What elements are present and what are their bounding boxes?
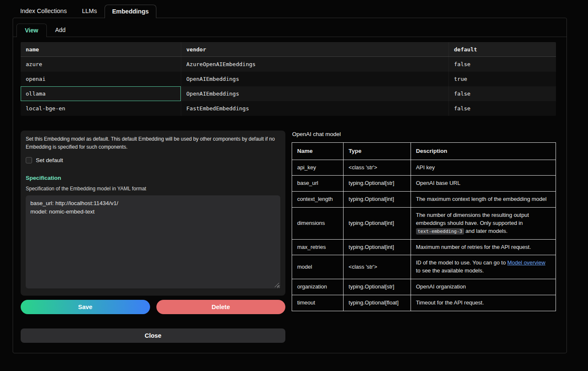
editor-panel: Set this Embedding model as default. Thi…: [21, 131, 285, 296]
set-default-label: Set default: [36, 157, 63, 163]
embeddings-table-header: name vendor default: [21, 42, 556, 57]
column-header-vendor: vendor: [181, 42, 449, 56]
editor-column: Set this Embedding model as default. Thi…: [21, 131, 285, 343]
close-button[interactable]: Close: [21, 328, 285, 343]
top-tab-index-collections[interactable]: Index Collections: [13, 4, 74, 18]
doc-row: context_length typing.Optional[int] The …: [292, 192, 556, 208]
cell-default: false: [449, 57, 556, 72]
param-type: typing.Optional[int]: [344, 239, 411, 255]
doc-panel-title: OpenAI chat model: [292, 131, 556, 137]
doc-row: base_url typing.Optional[str] OpenAI bas…: [292, 176, 556, 192]
doc-row: max_retries typing.Optional[int] Maximum…: [292, 239, 556, 255]
embeddings-table: name vendor default azure AzureOpenAIEmb…: [21, 42, 556, 116]
cell-vendor: AzureOpenAIEmbeddings: [181, 57, 449, 72]
yaml-editor: base_url: http://localhost:11434/v1/ mod…: [26, 195, 280, 288]
param-name: model: [292, 255, 344, 279]
param-name: context_length: [292, 192, 344, 208]
param-description: ID of the model to use. You can go to Mo…: [411, 255, 556, 279]
doc-row: organization typing.Optional[str] OpenAI…: [292, 279, 556, 295]
embeddings-panel: View Add name vendor default azure Azure…: [13, 18, 567, 353]
tab-view[interactable]: View: [16, 24, 47, 37]
column-header-name: name: [21, 42, 181, 56]
param-type: typing.Optional[str]: [344, 279, 411, 295]
default-help-text: Set this Embedding model as default. Thi…: [26, 135, 280, 151]
param-name: max_retries: [292, 239, 344, 255]
cell-vendor: FastEmbedEmbeddings: [181, 101, 449, 116]
description-text: ID of the model to use. You can go to: [416, 259, 507, 266]
yaml-spec-textarea[interactable]: base_url: http://localhost:11434/v1/ mod…: [26, 195, 280, 288]
param-type: typing.Optional[str]: [344, 176, 411, 192]
table-row[interactable]: local-bge-en FastEmbedEmbeddings false: [21, 101, 556, 116]
cell-name: ollama: [21, 86, 181, 101]
param-type: <class 'str'>: [344, 160, 411, 176]
delete-button[interactable]: Delete: [156, 300, 286, 314]
param-name: base_url: [292, 176, 344, 192]
button-row: Save Delete: [21, 300, 285, 314]
param-description: Maximum number of retries for the API re…: [411, 239, 556, 255]
param-name: organization: [292, 279, 344, 295]
description-text: The number of dimensions the resulting o…: [416, 212, 529, 226]
doc-row: api_key <class 'str'> API key: [292, 160, 556, 176]
top-tab-embeddings[interactable]: Embeddings: [105, 5, 156, 18]
cell-default: true: [449, 72, 556, 86]
model-overview-link[interactable]: Model overview: [507, 259, 545, 266]
doc-table: Name Type Description api_key <class 'st…: [292, 142, 556, 311]
cell-vendor: OpenAIEmbeddings: [181, 72, 449, 86]
table-row[interactable]: azure AzureOpenAIEmbeddings false: [21, 57, 556, 72]
inner-tab-bar: View Add: [13, 18, 567, 37]
page: Index Collections LLMs Embeddings View A…: [0, 0, 588, 371]
set-default-row: Set default: [26, 157, 280, 163]
doc-col-type: Type: [344, 143, 411, 160]
param-description: OpenAI organization: [411, 279, 556, 295]
doc-column: OpenAI chat model Name Type Description …: [292, 131, 556, 343]
doc-col-name: Name: [292, 143, 344, 160]
table-row[interactable]: openai OpenAIEmbeddings true: [21, 72, 556, 86]
top-tab-bar: Index Collections LLMs Embeddings: [13, 4, 567, 18]
tab-add[interactable]: Add: [47, 23, 74, 37]
cell-default: false: [449, 86, 556, 101]
cell-name: local-bge-en: [21, 101, 181, 116]
doc-header-row: Name Type Description: [292, 143, 556, 160]
table-row-selected[interactable]: ollama OpenAIEmbeddings false: [21, 86, 556, 101]
spec-heading: Specification: [26, 175, 280, 181]
cell-vendor: OpenAIEmbeddings: [181, 86, 449, 101]
top-tab-llms[interactable]: LLMs: [74, 4, 104, 18]
set-default-checkbox[interactable]: [26, 157, 32, 163]
save-button[interactable]: Save: [21, 300, 150, 314]
param-description: API key: [411, 160, 556, 176]
doc-col-description: Description: [411, 143, 556, 160]
inline-code: text-embedding-3: [416, 228, 464, 235]
cell-name: openai: [21, 72, 181, 86]
column-header-default: default: [449, 42, 556, 56]
param-type: typing.Optional[int]: [344, 208, 411, 240]
cell-default: false: [449, 101, 556, 116]
param-description: The number of dimensions the resulting o…: [411, 208, 556, 240]
param-type: typing.Optional[int]: [344, 192, 411, 208]
doc-row: model <class 'str'> ID of the model to u…: [292, 255, 556, 279]
param-type: <class 'str'>: [344, 255, 411, 279]
param-type: typing.Optional[float]: [344, 295, 411, 311]
description-text: and later models.: [464, 228, 507, 234]
doc-row: timeout typing.Optional[float] Timeout f…: [292, 295, 556, 311]
param-name: dimensions: [292, 208, 344, 240]
panel-body: name vendor default azure AzureOpenAIEmb…: [13, 37, 567, 343]
cell-name: azure: [21, 57, 181, 72]
param-description: Timeout for the API request.: [411, 295, 556, 311]
param-description: The maximum context length of the embedd…: [411, 192, 556, 208]
param-description: OpenAI base URL: [411, 176, 556, 192]
description-text: to see the available models.: [416, 267, 484, 274]
spec-help-text: Specification of the Embedding model in …: [26, 186, 280, 192]
lower-section: Set this Embedding model as default. Thi…: [21, 131, 556, 343]
param-name: timeout: [292, 295, 344, 311]
doc-row: dimensions typing.Optional[int] The numb…: [292, 208, 556, 240]
param-name: api_key: [292, 160, 344, 176]
